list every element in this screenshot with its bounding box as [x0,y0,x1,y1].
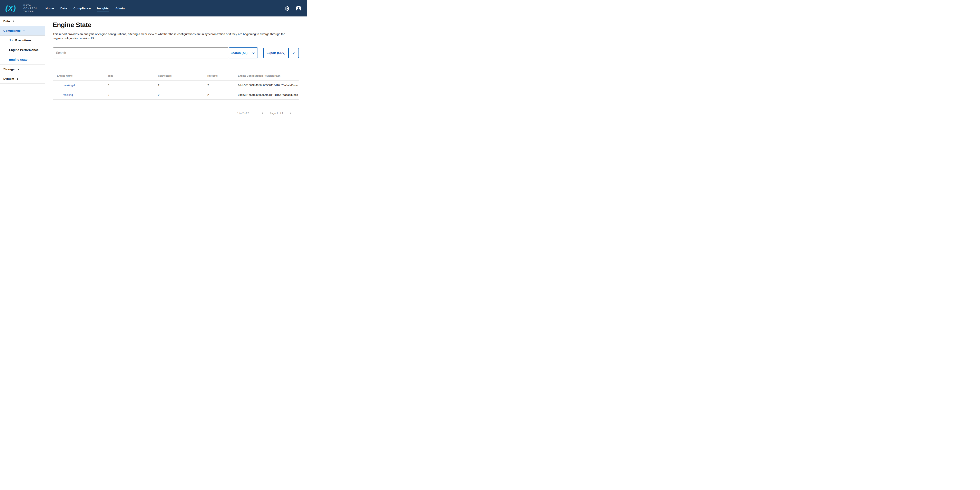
pagination-page: Page 1 of 1 [270,112,283,115]
brand-line-3: TOWER [23,10,38,13]
search-options-dropdown[interactable] [249,48,258,58]
cell-engine-configuration-revision-hash: 9ddb381664fb4956d66908118d16d75a4abd0ece [234,84,299,87]
chevron-left-icon [261,111,264,115]
page-prev-button[interactable] [261,111,264,115]
account-circle-icon [296,5,301,11]
chevron-right-icon [16,78,19,80]
table-body: masking-20229ddb381664fb4956d66908118d16… [53,81,299,100]
sidebar-item-label: System [3,77,14,81]
sidebar-item-label: Engine Performance [9,48,38,52]
chevron-down-icon [292,51,295,55]
search-button-group: Search (All) [229,48,258,59]
sidebar: DataComplianceJob ExecutionsEngine Perfo… [0,16,45,125]
brand-line-1: DATA [23,4,38,7]
export-options-dropdown[interactable] [288,48,299,57]
main-content: Engine State This report provides an ana… [45,16,307,125]
chevron-down-icon [252,51,255,55]
cell-rulesets: 2 [203,84,234,87]
top-navbar: (X) DATA CONTROL TOWER HomeDataComplianc… [0,0,307,16]
sidebar-item-engine-performance[interactable]: Engine Performance [0,45,45,55]
body-row: DataComplianceJob ExecutionsEngine Perfo… [0,16,307,125]
cell-jobs: 0 [103,93,154,96]
table-spacer [53,100,299,108]
column-header-connectors: Connectors [154,75,203,77]
cell-connectors: 2 [154,84,203,87]
engine-name-link[interactable]: masking [63,93,73,96]
pagination: 1 to 2 of 2 Page 1 of 1 [53,108,299,118]
table-row: masking-20229ddb381664fb4956d66908118d16… [53,81,299,90]
cell-rulesets: 2 [203,93,234,96]
sidebar-item-label: Compliance [3,29,21,33]
nav-links: HomeDataComplianceInsightsAdmin [46,7,125,10]
search-button[interactable]: Search (All) [229,48,249,58]
chevron-right-icon [288,111,292,115]
column-header-engine-name: Engine Name [53,75,103,77]
cell-jobs: 0 [103,84,154,87]
nav-link-insights[interactable]: Insights [97,7,109,10]
nav-link-admin[interactable]: Admin [115,7,125,10]
brand-text: DATA CONTROL TOWER [23,4,38,13]
chevron-down-icon [22,29,25,32]
sidebar-item-label: Storage [3,67,15,71]
engine-name-link[interactable]: masking-2 [63,84,75,87]
table-header: Engine NameJobsConnectorsRulesetsEngine … [53,72,299,81]
sidebar-item-compliance[interactable]: Compliance [0,26,45,36]
brand-divider [20,4,21,13]
toolbar: Search (All) Export (CSV) [53,48,299,59]
pagination-range: 1 to 2 of 2 [237,112,249,115]
cell-engine-configuration-revision-hash: 9ddb381664fb4956d66908118d16d75a4abd0ece [234,93,299,96]
brand[interactable]: (X) DATA CONTROL TOWER [5,4,38,13]
page-title: Engine State [53,21,299,29]
sidebar-item-label: Data [3,19,10,23]
sidebar-item-label: Engine State [9,58,27,61]
dct-logo-icon: (X) [5,5,17,12]
cell-connectors: 2 [154,93,203,96]
app-window: (X) DATA CONTROL TOWER HomeDataComplianc… [0,0,307,125]
engine-state-table: Engine NameJobsConnectorsRulesetsEngine … [53,72,299,118]
chevron-right-icon [17,68,20,71]
page-next-button[interactable] [288,111,292,115]
table-row: masking0229ddb381664fb4956d66908118d16d7… [53,90,299,100]
sidebar-item-data[interactable]: Data [0,16,45,26]
api-chip-button[interactable] [284,6,290,11]
account-button[interactable] [296,5,301,11]
column-header-jobs: Jobs [103,75,154,77]
search-input[interactable] [53,48,229,59]
cell-engine-name: masking-2 [53,84,103,87]
sidebar-item-engine-state[interactable]: Engine State [0,55,45,65]
brand-line-2: CONTROL [23,7,38,10]
column-header-engine-configuration-revision-hash: Engine Configuration Revision Hash [234,75,299,77]
page-description: This report provides an analysis of engi… [53,32,293,40]
nav-link-home[interactable]: Home [46,7,54,10]
sidebar-item-system[interactable]: System [0,74,45,84]
sidebar-item-label: Job Executions [9,38,32,42]
cell-engine-name: masking [53,93,103,96]
navbar-actions [284,5,301,11]
export-button-group: Export (CSV) [263,48,299,58]
chevron-right-icon [12,20,15,23]
sidebar-item-job-executions[interactable]: Job Executions [0,36,45,45]
export-csv-button[interactable]: Export (CSV) [264,48,288,57]
chip-icon [284,6,290,11]
sidebar-item-storage[interactable]: Storage [0,65,45,74]
nav-link-data[interactable]: Data [60,7,67,10]
column-header-rulesets: Rulesets [203,75,234,77]
nav-link-compliance[interactable]: Compliance [73,7,91,10]
